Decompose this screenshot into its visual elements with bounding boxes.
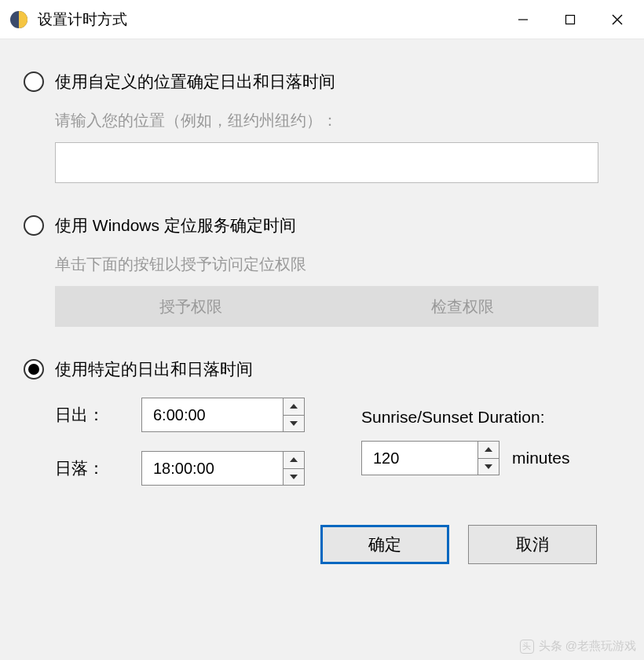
title-bar: 设置计时方式 bbox=[0, 0, 644, 39]
cancel-button[interactable]: 取消 bbox=[468, 525, 597, 564]
watermark: 头 头条 @老燕玩游戏 bbox=[520, 639, 636, 654]
check-permission-button[interactable]: 检查权限 bbox=[327, 286, 598, 327]
option-custom-location: 使用自定义的位置确定日出和日落时间 请输入您的位置（例如，纽约州纽约）： bbox=[24, 71, 620, 183]
permission-hint: 单击下面的按钮以授予访问定位权限 bbox=[55, 254, 620, 275]
watermark-icon: 头 bbox=[520, 640, 534, 654]
sunrise-down-button[interactable] bbox=[284, 416, 304, 432]
sunrise-up-button[interactable] bbox=[284, 398, 304, 416]
radio-windows-location[interactable]: 使用 Windows 定位服务确定时间 bbox=[24, 214, 620, 236]
window-controls bbox=[499, 4, 641, 35]
duration-value: 120 bbox=[362, 442, 478, 475]
sunrise-value: 6:00:00 bbox=[142, 398, 284, 431]
radio-label: 使用自定义的位置确定日出和日落时间 bbox=[55, 71, 335, 93]
svg-marker-7 bbox=[485, 447, 492, 452]
sunset-up-button[interactable] bbox=[284, 452, 304, 469]
sunrise-label: 日出： bbox=[55, 404, 141, 426]
radio-icon bbox=[24, 215, 44, 236]
svg-marker-9 bbox=[290, 457, 298, 462]
svg-marker-6 bbox=[290, 421, 298, 426]
svg-marker-5 bbox=[290, 404, 298, 409]
duration-up-button[interactable] bbox=[478, 442, 499, 459]
option-windows-location: 使用 Windows 定位服务确定时间 单击下面的按钮以授予访问定位权限 授予权… bbox=[24, 214, 620, 327]
dialog-footer: 确定 取消 bbox=[24, 525, 620, 564]
sunset-value: 18:00:00 bbox=[142, 452, 284, 485]
svg-marker-10 bbox=[290, 475, 298, 479]
svg-marker-8 bbox=[485, 464, 492, 469]
sunset-spinner[interactable]: 18:00:00 bbox=[141, 451, 305, 486]
location-input[interactable] bbox=[55, 142, 598, 183]
grant-permission-button[interactable]: 授予权限 bbox=[55, 286, 327, 327]
duration-spinner[interactable]: 120 bbox=[361, 441, 499, 475]
radio-custom-location[interactable]: 使用自定义的位置确定日出和日落时间 bbox=[24, 71, 620, 93]
location-hint: 请输入您的位置（例如，纽约州纽约）： bbox=[55, 110, 620, 131]
duration-label: Sunrise/Sunset Duration: bbox=[361, 408, 620, 427]
maximize-button[interactable] bbox=[547, 4, 594, 35]
duration-down-button[interactable] bbox=[478, 459, 499, 475]
sunrise-spinner[interactable]: 6:00:00 bbox=[141, 398, 305, 432]
svg-rect-2 bbox=[566, 15, 575, 24]
ok-button[interactable]: 确定 bbox=[320, 525, 449, 564]
radio-icon bbox=[24, 72, 44, 92]
radio-specific-times[interactable]: 使用特定的日出和日落时间 bbox=[24, 358, 620, 380]
minimize-button[interactable] bbox=[499, 4, 547, 35]
radio-label: 使用 Windows 定位服务确定时间 bbox=[55, 214, 296, 236]
watermark-text: 头条 @老燕玩游戏 bbox=[539, 639, 636, 654]
duration-unit: minutes bbox=[512, 449, 570, 468]
sunset-down-button[interactable] bbox=[284, 469, 304, 486]
sunset-label: 日落： bbox=[55, 457, 141, 479]
dialog-content: 使用自定义的位置确定日出和日落时间 请输入您的位置（例如，纽约州纽约）： 使用 … bbox=[0, 39, 644, 580]
radio-label: 使用特定的日出和日落时间 bbox=[55, 358, 253, 380]
radio-icon bbox=[24, 359, 44, 380]
close-button[interactable] bbox=[594, 4, 641, 35]
window-title: 设置计时方式 bbox=[38, 9, 499, 30]
app-icon bbox=[9, 10, 28, 29]
option-specific-times: 使用特定的日出和日落时间 日出： 6:00:00 Sunrise/Sunset … bbox=[24, 358, 620, 486]
